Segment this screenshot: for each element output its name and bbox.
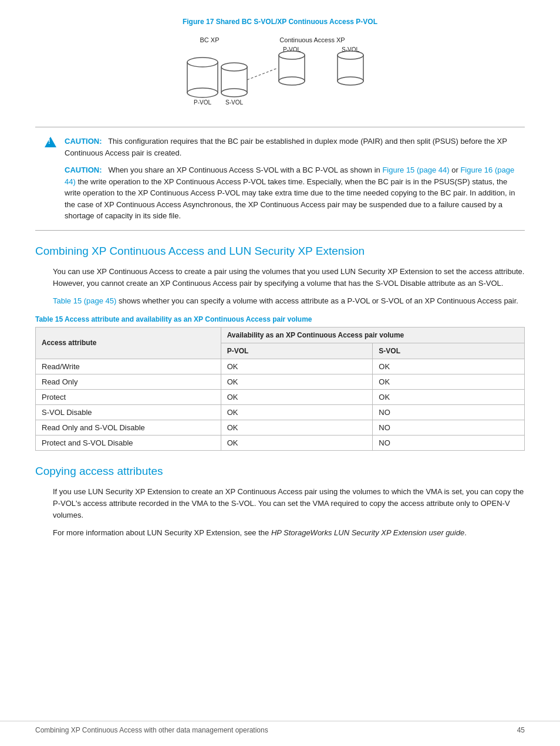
caution-label-1: CAUTION: xyxy=(65,137,102,146)
table-caption: Table 15 Access attribute and availabili… xyxy=(35,315,525,323)
cell-attribute: Read Only and S-VOL Disable xyxy=(36,420,221,435)
svg-point-10 xyxy=(338,51,363,59)
diagram-container: BC XP Continuous Access XP P-VOL S-VOL P… xyxy=(35,33,525,115)
page-footer: Combining XP Continuous Access with othe… xyxy=(0,721,560,734)
section1-para2: Table 15 (page 45) shows whether you can… xyxy=(53,295,525,307)
svg-point-11 xyxy=(338,77,363,85)
caution-box: CAUTION: This configuration requires tha… xyxy=(35,127,525,231)
figure-section: Figure 17 Shared BC S-VOL/XP Continuous … xyxy=(35,18,525,115)
caution-text-1: CAUTION: This configuration requires tha… xyxy=(65,136,515,158)
svg-point-2 xyxy=(187,88,218,97)
cell-svol: NO xyxy=(373,420,525,435)
figure15-link[interactable]: Figure 15 (page 44) xyxy=(382,166,449,174)
table-row: Read Only and S-VOL DisableOKNO xyxy=(36,420,525,435)
cell-svol: OK xyxy=(373,374,525,389)
bc-pvol-label: P-VOL xyxy=(194,99,211,106)
cell-svol: OK xyxy=(373,359,525,374)
section2-heading: Copying access attributes xyxy=(35,465,525,478)
cell-pvol: OK xyxy=(221,389,373,404)
section2-para2: For more information about LUN Security … xyxy=(53,527,525,539)
svg-point-1 xyxy=(187,58,218,67)
caution-triangle-icon xyxy=(45,137,56,147)
cell-attribute: Protect and S-VOL Disable xyxy=(36,435,221,450)
cell-svol: NO xyxy=(373,404,525,420)
cell-pvol: OK xyxy=(221,435,373,450)
section2-italic: HP StorageWorks LUN Security XP Extensio… xyxy=(271,528,464,537)
svg-line-12 xyxy=(247,68,278,80)
page-content: Figure 17 Shared BC S-VOL/XP Continuous … xyxy=(0,0,560,580)
cell-pvol: OK xyxy=(221,420,373,435)
figure-title: Figure 17 Shared BC S-VOL/XP Continuous … xyxy=(35,18,525,26)
cell-attribute: Read/Write xyxy=(36,359,221,374)
bc-label: BC XP xyxy=(200,36,219,43)
cell-attribute: S-VOL Disable xyxy=(36,404,221,420)
table-row: Read OnlyOKOK xyxy=(36,374,525,389)
svg-point-8 xyxy=(279,77,305,85)
caution-label-2: CAUTION: xyxy=(65,166,102,174)
table-row: Protect and S-VOL DisableOKNO xyxy=(36,435,525,450)
ca-label: Continuous Access XP xyxy=(279,36,345,43)
section1-para1: You can use XP Continuous Access to crea… xyxy=(53,266,525,289)
section2-para1: If you use LUN Security XP Extension to … xyxy=(53,486,525,521)
table-body: Read/WriteOKOKRead OnlyOKOKProtectOKOKS-… xyxy=(36,359,525,450)
svg-point-7 xyxy=(279,51,305,59)
cell-svol: NO xyxy=(373,435,525,450)
bc-svol-label: S-VOL xyxy=(225,99,243,106)
table-header-row-1: Access attribute Availability as an XP C… xyxy=(36,327,525,343)
cell-pvol: OK xyxy=(221,374,373,389)
access-attribute-table: Access attribute Availability as an XP C… xyxy=(35,327,525,451)
table-row: Read/WriteOKOK xyxy=(36,359,525,374)
table15-link[interactable]: Table 15 (page 45) xyxy=(53,296,116,305)
col-header-svol: S-VOL xyxy=(373,343,525,359)
col-header-attribute: Access attribute xyxy=(36,327,221,359)
cell-attribute: Protect xyxy=(36,389,221,404)
table-row: S-VOL DisableOKNO xyxy=(36,404,525,420)
footer-right: 45 xyxy=(517,726,525,734)
svg-point-5 xyxy=(221,89,247,97)
col-header-pvol: P-VOL xyxy=(221,343,373,359)
cell-attribute: Read Only xyxy=(36,374,221,389)
cell-svol: OK xyxy=(373,389,525,404)
svg-point-4 xyxy=(221,63,247,71)
cell-pvol: OK xyxy=(221,404,373,420)
section1-heading: Combining XP Continuous Access and LUN S… xyxy=(35,245,525,258)
col-header-availability: Availability as an XP Continuous Access … xyxy=(221,327,524,343)
cell-pvol: OK xyxy=(221,359,373,374)
table-row: ProtectOKOK xyxy=(36,389,525,404)
caution-text-2: CAUTION: When you share an XP Continuous… xyxy=(65,164,515,222)
footer-left: Combining XP Continuous Access with othe… xyxy=(35,726,268,734)
diagram-svg: BC XP Continuous Access XP P-VOL S-VOL P… xyxy=(168,33,392,115)
